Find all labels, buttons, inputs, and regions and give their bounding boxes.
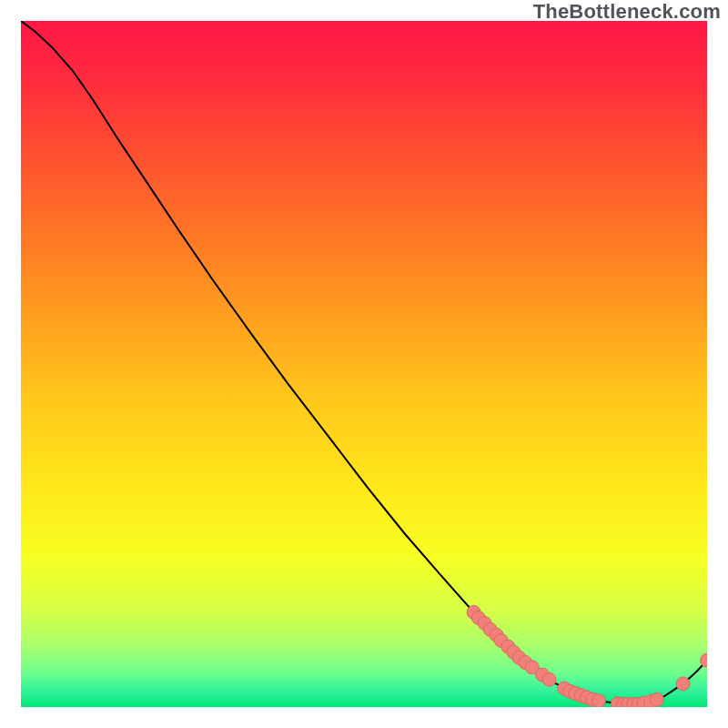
bottleneck-chart: TheBottleneck.com <box>0 0 728 728</box>
plot-svg <box>0 0 728 728</box>
marker-point <box>651 693 664 706</box>
marker-point <box>676 677 690 691</box>
watermark-text: TheBottleneck.com <box>533 0 721 24</box>
marker-point <box>542 672 556 686</box>
gradient-background <box>21 21 707 707</box>
marker-point <box>592 694 605 708</box>
marker-point <box>701 653 714 667</box>
